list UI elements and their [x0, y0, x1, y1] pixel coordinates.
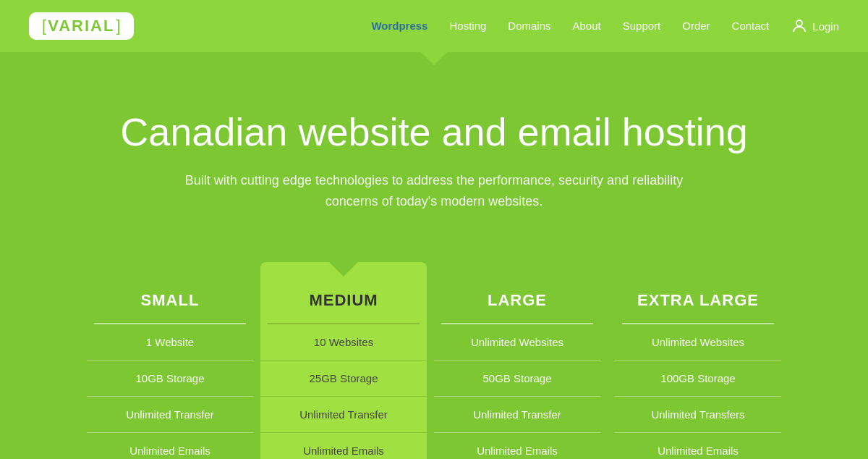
- hero-title: Canadian website and email hosting: [29, 109, 839, 156]
- login-button[interactable]: Login: [791, 17, 839, 35]
- plan-small-feature-2: 10GB Storage: [87, 361, 253, 397]
- nav-item-login[interactable]: Login: [791, 17, 839, 35]
- nav-item-contact[interactable]: Contact: [732, 20, 770, 33]
- plan-medium-title: MEDIUM: [260, 277, 427, 323]
- plan-large-feature-3: Unlimited Transfer: [434, 397, 600, 433]
- nav-notch: [421, 52, 447, 65]
- nav-item-order[interactable]: Order: [682, 20, 710, 33]
- nav-link-domains[interactable]: Domains: [508, 20, 550, 32]
- plans-container: SMALL 1 Website 10GB Storage Unlimited T…: [36, 240, 832, 459]
- plan-medium-feature-4: Unlimited Emails: [260, 433, 427, 459]
- plan-extra-large-title: EXTRA LARGE: [615, 291, 781, 310]
- plan-large-feature-4: Unlimited Emails: [434, 433, 600, 459]
- plan-small: SMALL 1 Website 10GB Storage Unlimited T…: [80, 291, 260, 459]
- nav-link-hosting[interactable]: Hosting: [449, 20, 486, 32]
- plan-extra-large-feature-1: Unlimited Websites: [615, 324, 781, 361]
- plan-extra-large-feature-4: Unlimited Emails: [615, 433, 781, 459]
- plan-large-feature-1: Unlimited Websites: [434, 324, 600, 361]
- hero-section: Canadian website and email hosting Built…: [0, 65, 868, 240]
- plan-medium: MEDIUM 10 Websites 25GB Storage Unlimite…: [260, 262, 427, 459]
- nav-item-support[interactable]: Support: [623, 20, 661, 33]
- plan-medium-feature-3: Unlimited Transfer: [260, 397, 427, 433]
- plan-extra-large: EXTRA LARGE Unlimited Websites 100GB Sto…: [608, 291, 788, 459]
- plan-extra-large-feature-3: Unlimited Transfers: [615, 397, 781, 433]
- plan-medium-feature-2: 25GB Storage: [260, 361, 427, 397]
- plan-large: LARGE Unlimited Websites 50GB Storage Un…: [427, 291, 608, 459]
- nav-link-contact[interactable]: Contact: [732, 20, 770, 32]
- logo-bracket-right: ]: [116, 17, 120, 35]
- nav-item-wordpress[interactable]: Wordpress: [371, 20, 427, 33]
- plan-medium-feature-1: 10 Websites: [260, 324, 427, 361]
- plan-large-title: LARGE: [434, 291, 600, 310]
- logo-bracket-left: [: [42, 17, 46, 35]
- svg-point-0: [796, 20, 802, 26]
- nav-link-wordpress[interactable]: Wordpress: [371, 20, 427, 32]
- plan-small-feature-3: Unlimited Transfer: [87, 397, 253, 433]
- login-label: Login: [812, 20, 839, 33]
- plan-large-feature-2: 50GB Storage: [434, 361, 600, 397]
- hero-subtitle: Built with cutting edge technologies to …: [181, 170, 687, 212]
- plan-small-feature-4: Unlimited Emails: [87, 433, 253, 459]
- logo-text: VARIAL: [48, 17, 114, 35]
- navbar: [ VARIAL ] Wordpress Hosting Domains Abo…: [0, 0, 868, 52]
- plan-extra-large-feature-2: 100GB Storage: [615, 361, 781, 397]
- logo[interactable]: [ VARIAL ]: [29, 12, 134, 40]
- plan-small-feature-1: 1 Website: [87, 324, 253, 361]
- user-icon: [791, 17, 808, 35]
- nav-item-about[interactable]: About: [573, 20, 601, 33]
- nav-item-hosting[interactable]: Hosting: [449, 20, 486, 33]
- nav-link-support[interactable]: Support: [623, 20, 661, 32]
- plan-small-title: SMALL: [87, 291, 253, 310]
- nav-links: Wordpress Hosting Domains About Support …: [371, 17, 839, 35]
- nav-link-about[interactable]: About: [573, 20, 601, 32]
- nav-item-domains[interactable]: Domains: [508, 20, 550, 33]
- nav-link-order[interactable]: Order: [682, 20, 710, 32]
- plan-medium-notch: [329, 262, 358, 277]
